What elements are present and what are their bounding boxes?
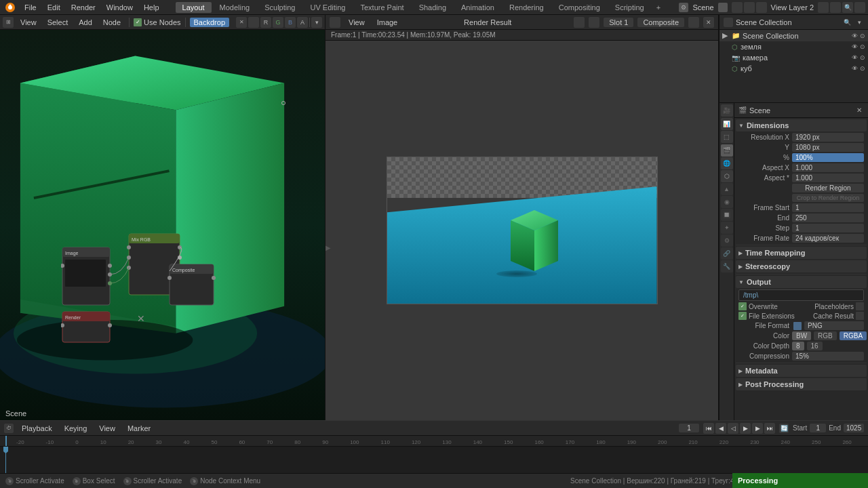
icon-btn-2[interactable] xyxy=(744,2,755,13)
next-keyframe-btn[interactable]: ▶ xyxy=(752,423,763,434)
tab-compositing[interactable]: Compositing xyxy=(552,2,607,13)
tab-rendering[interactable]: Rendering xyxy=(502,2,551,13)
icon-btn-1[interactable] xyxy=(732,2,743,13)
frame-marker[interactable] xyxy=(3,447,8,453)
frame-start-value[interactable]: 1 xyxy=(792,203,864,212)
start-input[interactable]: 1 xyxy=(810,424,826,432)
file-ext-checkbox[interactable]: ✓ xyxy=(738,312,747,320)
cross-icon[interactable]: ✕ xyxy=(236,17,247,28)
keying-btn[interactable]: Keying xyxy=(60,424,92,433)
close-render-btn[interactable]: ✕ xyxy=(703,17,714,28)
outliner-search[interactable]: 🔍 xyxy=(842,18,852,27)
render-view-btn[interactable]: View xyxy=(344,18,369,27)
jump-start-btn[interactable]: ⏮ xyxy=(703,423,714,434)
loop-icon[interactable]: 🔄 xyxy=(779,424,789,433)
metadata-header[interactable]: ▶ Metadata xyxy=(736,365,867,377)
grid-icon[interactable] xyxy=(248,17,259,28)
vis-icon1[interactable]: 👁 xyxy=(852,33,858,39)
tab-modeling[interactable]: Modeling xyxy=(213,2,257,13)
menu-file[interactable]: File xyxy=(19,2,42,13)
overwrite-checkbox[interactable]: ✓ xyxy=(738,302,747,310)
play-btn[interactable]: ▶ xyxy=(740,423,751,434)
tab-add[interactable]: + xyxy=(652,2,665,13)
frame-input[interactable]: 1 xyxy=(679,424,699,432)
props-close[interactable]: ✕ xyxy=(854,106,864,115)
view-tl-btn[interactable]: View xyxy=(95,424,119,433)
icon-btn-3[interactable] xyxy=(756,2,767,13)
outliner-icon[interactable] xyxy=(724,18,733,27)
aspect-y-value[interactable]: 1.000 xyxy=(792,174,864,182)
sel-icon-c[interactable]: ⊙ xyxy=(860,54,865,61)
prop-tab-mesh[interactable]: ▲ xyxy=(721,183,733,195)
vis-icon-c[interactable]: 👁 xyxy=(852,54,858,61)
output-path-input[interactable] xyxy=(738,289,864,301)
vl-filter[interactable] xyxy=(854,2,865,13)
time-remapping-header[interactable]: ▶ Time Remapping xyxy=(736,247,867,259)
depth-8-btn[interactable]: 8 xyxy=(792,342,804,350)
stereoscopy-header[interactable]: ▶ Stereoscopy xyxy=(736,260,867,272)
frame-end-value[interactable]: 250 xyxy=(792,214,864,222)
menu-window[interactable]: Window xyxy=(101,2,138,13)
prop-tab-viewlayer[interactable]: ⬚ xyxy=(721,131,733,143)
tab-layout[interactable]: Layout xyxy=(176,2,212,13)
render-header-icon1[interactable] xyxy=(330,17,340,28)
outliner-item-cube[interactable]: ⬡ куб 👁 ⊙ xyxy=(719,63,868,74)
cache-checkbox[interactable] xyxy=(856,312,864,320)
prop-tab-world[interactable]: 🌐 xyxy=(721,157,733,169)
prop-tab-physics[interactable]: ⚙ xyxy=(721,235,733,247)
placeholders-checkbox[interactable] xyxy=(856,302,864,310)
more-btn[interactable]: ▾ xyxy=(311,17,322,28)
prop-tab-scene[interactable]: 🎬 xyxy=(721,144,733,157)
prop-tab-output[interactable]: 📊 xyxy=(721,118,733,130)
g-btn[interactable]: G xyxy=(273,17,283,28)
view-btn[interactable]: View xyxy=(16,18,41,27)
color-rgb-btn[interactable]: RGB xyxy=(814,331,837,340)
outliner-item-zemla[interactable]: ⬡ земля 👁 ⊙ xyxy=(719,41,868,52)
tab-animation[interactable]: Animation xyxy=(454,2,501,13)
backdrop-btn[interactable]: Backdrop xyxy=(190,18,229,27)
render-icon3[interactable] xyxy=(688,17,699,28)
vl-btn-2[interactable] xyxy=(830,2,841,13)
view-menu-icon[interactable]: ⊞ xyxy=(3,17,14,28)
sel-icon-z[interactable]: ⊙ xyxy=(860,43,865,50)
dimensions-header[interactable]: ▼ Dimensions xyxy=(736,119,867,131)
a-btn[interactable]: A xyxy=(297,17,308,28)
marker-btn[interactable]: Marker xyxy=(123,424,155,433)
output-header[interactable]: ▼ Output xyxy=(736,276,867,288)
tab-texture-paint[interactable]: Texture Paint xyxy=(353,2,410,13)
frame-step-value[interactable]: 1 xyxy=(792,224,864,232)
aspect-x-value[interactable]: 1.000 xyxy=(792,163,864,172)
prop-tab-constraints[interactable]: 🔗 xyxy=(721,247,733,260)
render-icon1[interactable] xyxy=(574,17,585,28)
menu-help[interactable]: Help xyxy=(138,2,165,13)
prop-tab-object[interactable]: ⬡ xyxy=(721,170,733,182)
select-btn[interactable]: Select xyxy=(43,18,73,27)
res-pct-value[interactable]: 100% xyxy=(792,153,864,162)
play-reverse-btn[interactable]: ◁ xyxy=(728,423,738,434)
render-image-btn[interactable]: Image xyxy=(373,18,402,27)
prop-tab-render[interactable]: 🎥 xyxy=(721,104,733,117)
render-region-btn[interactable]: Render Region xyxy=(792,184,864,192)
menu-edit[interactable]: Edit xyxy=(42,2,66,13)
use-nodes-checkbox[interactable]: ✓ Use Nodes xyxy=(134,18,180,26)
end-input[interactable]: 1025 xyxy=(844,424,864,432)
tab-shading[interactable]: Shading xyxy=(412,2,453,13)
scene-selector[interactable] xyxy=(718,3,728,12)
menu-render[interactable]: Render xyxy=(66,2,101,13)
timeline-body[interactable] xyxy=(0,447,868,473)
add-btn[interactable]: Add xyxy=(75,18,96,27)
slot-selector[interactable]: Slot 1 xyxy=(604,18,633,27)
color-bw-btn[interactable]: BW xyxy=(792,331,811,340)
viewport-canvas[interactable]: Image Render Mix RGB xyxy=(0,30,325,420)
vl-search[interactable]: 🔍 xyxy=(842,2,853,13)
vis-icon-z[interactable]: 👁 xyxy=(852,43,858,50)
res-x-value[interactable]: 1920 px xyxy=(792,133,864,142)
prev-keyframe-btn[interactable]: ◀ xyxy=(715,423,726,434)
viewport-3d[interactable]: ⊞ View Select Add Node ✓ Use Nodes Backd… xyxy=(0,15,326,420)
vl-btn-1[interactable] xyxy=(818,2,829,13)
frame-rate-value[interactable]: 24 кадров/сек xyxy=(792,234,864,243)
prop-tab-texture[interactable]: 🔲 xyxy=(721,209,733,221)
prop-tab-particles[interactable]: ✦ xyxy=(721,222,733,234)
b-btn[interactable]: B xyxy=(285,17,296,28)
render-icon2[interactable] xyxy=(589,17,599,28)
